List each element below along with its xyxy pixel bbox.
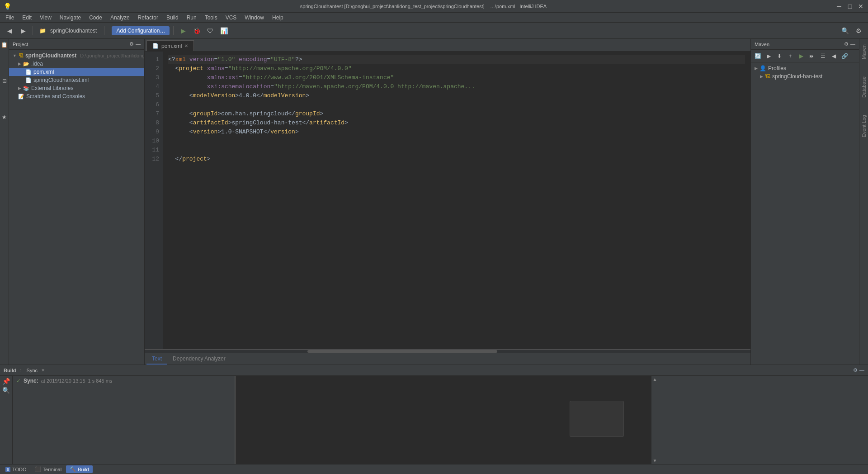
build-minimize-icon[interactable]: —	[859, 367, 864, 373]
sync-tab-close[interactable]: ✕	[41, 368, 45, 373]
sync-tab[interactable]: Sync	[27, 368, 38, 373]
minus-icon[interactable]: —	[136, 41, 141, 47]
tree-scratches[interactable]: 📝 Scratches and Consoles	[9, 92, 144, 100]
maven-project-label: springCloud-han-test	[772, 73, 822, 80]
menu-analyze[interactable]: Analyze	[107, 14, 133, 22]
search-button[interactable]: 🔍	[839, 25, 851, 37]
left-sidebar-icons: 📋 ⊟ ★	[0, 39, 9, 365]
menu-vcs[interactable]: VCS	[222, 14, 241, 22]
minimize-button[interactable]: ─	[835, 3, 843, 10]
todo-button[interactable]: 6 TODO	[2, 466, 30, 473]
menu-file[interactable]: File	[2, 14, 18, 22]
maven-collapse-btn[interactable]: ◀	[829, 51, 839, 61]
build-panel-title: Build	[4, 368, 16, 373]
root-icon: 🏗	[19, 53, 24, 58]
profile-button[interactable]: 📊	[218, 25, 230, 37]
favorites-sidebar-icon[interactable]: ★	[0, 113, 9, 121]
maven-settings-icon[interactable]: ⚙	[844, 41, 849, 47]
terminal-button[interactable]: ⬛ Terminal	[31, 465, 66, 473]
tree-idea-folder[interactable]: ▶ 📂 .idea	[9, 60, 144, 68]
maven-toolbar: 🔄 ▶ ⬇ + ▶ ⏭ ☰ ◀ 🔗	[751, 50, 859, 62]
build-panel: Build : Sync ✕ ⚙ — 📌 🔍 ✓ Sync: at 2019/1…	[0, 365, 868, 464]
maximize-button[interactable]: □	[846, 3, 854, 10]
add-config-button[interactable]: Add Configuration…	[112, 26, 170, 35]
maven-link-btn[interactable]: 🔗	[840, 51, 849, 61]
menu-build[interactable]: Build	[163, 14, 182, 22]
build-colon: :	[20, 368, 21, 373]
toolbar-separator-3	[173, 26, 174, 35]
toolbar-separator-1	[33, 26, 33, 35]
maven-skip-btn[interactable]: ⏭	[807, 51, 817, 61]
menu-view[interactable]: View	[36, 14, 55, 22]
database-vertical-label[interactable]: Database	[860, 73, 868, 101]
terminal-label: Terminal	[43, 467, 62, 472]
iml-label: springCloudhantest.iml	[33, 77, 89, 83]
coverage-button[interactable]: 🛡	[204, 25, 216, 37]
close-button[interactable]: ✕	[857, 3, 864, 10]
bottom-toolbar: 6 TODO ⬛ Terminal 🔨 Build	[0, 464, 868, 474]
title-bar: 💡 springCloudhantest [D:\gonghui_project…	[0, 0, 868, 13]
tree-external-libraries[interactable]: ▶ 📚 External Libraries	[9, 84, 144, 92]
build-left-part: 📌 🔍 ✓ Sync: at 2019/12/20 13:15 1 s 845 …	[0, 376, 235, 464]
code-editor[interactable]: 1 2 3 4 5 6 7 8 9 10 11 12 <?xml version…	[145, 52, 750, 349]
idea-folder-icon: 📂	[23, 61, 29, 67]
menu-code[interactable]: Code	[85, 14, 106, 22]
maven-profiles-item[interactable]: ▶ 👤 Profiles	[751, 64, 859, 72]
tree-root[interactable]: ▼ 🏗 springCloudhantest D:\gonghui_projec…	[9, 52, 144, 60]
root-expand-arrow: ▼	[13, 53, 17, 58]
structure-sidebar-icon[interactable]: ⊟	[0, 77, 9, 85]
maven-download-btn[interactable]: ⬇	[774, 51, 784, 61]
build-settings-icon[interactable]: ⚙	[853, 367, 858, 373]
maven-add-btn[interactable]: +	[785, 51, 795, 61]
forward-button[interactable]: ▶	[17, 25, 29, 37]
menu-refactor[interactable]: Refactor	[134, 14, 162, 22]
tab-pom-xml[interactable]: 📄 pom.xml ✕	[146, 40, 194, 51]
gear-icon[interactable]: ⚙	[129, 41, 134, 47]
maven-play-btn[interactable]: ▶	[796, 51, 806, 61]
sync-duration: 1 s 845 ms	[88, 378, 113, 384]
maven-project-item[interactable]: ▶ 🏗 springCloud-han-test	[751, 72, 859, 81]
build-pin-icon[interactable]: 📌	[2, 378, 10, 385]
maven-settings2-btn[interactable]: ☰	[818, 51, 828, 61]
tree-pom-xml[interactable]: 📄 pom.xml	[9, 68, 144, 76]
back-button[interactable]: ◀	[4, 25, 15, 37]
menu-help[interactable]: Help	[269, 14, 287, 22]
build-search-icon[interactable]: 🔍	[2, 387, 10, 394]
sync-label: Sync:	[24, 378, 38, 384]
menu-edit[interactable]: Edit	[19, 14, 35, 22]
code-content[interactable]: <?xml version="1.0" encoding="UTF-8"?> <…	[163, 52, 750, 349]
project-sidebar-icon[interactable]: 📋	[0, 41, 9, 49]
event-log-vertical-label[interactable]: Event Log	[860, 111, 868, 141]
build-scroll-down[interactable]: ▼	[653, 458, 657, 463]
tab-dependency-analyzer[interactable]: Dependency Analyzer	[167, 354, 231, 365]
build-button[interactable]: 🔨 Build	[66, 465, 92, 473]
build-scroll-up[interactable]: ▲	[653, 377, 657, 382]
maven-minimize-icon[interactable]: —	[850, 41, 855, 47]
tree-iml-file[interactable]: 📄 springCloudhantest.iml	[9, 76, 144, 84]
menu-tools[interactable]: Tools	[201, 14, 221, 22]
maven-refresh-btn[interactable]: 🔄	[753, 51, 763, 61]
maven-panel-header: Maven ⚙ —	[751, 39, 859, 50]
maven-run-btn[interactable]: ▶	[764, 51, 774, 61]
tab-close-button[interactable]: ✕	[184, 43, 188, 48]
code-line-12: </project>	[168, 155, 745, 164]
project-panel: Project ⚙ — ▼ 🏗 springCloudhantest D:\go…	[9, 39, 145, 365]
build-content: 📌 🔍 ✓ Sync: at 2019/12/20 13:15 1 s 845 …	[0, 376, 868, 464]
debug-button[interactable]: 🐞	[191, 25, 203, 37]
menu-run[interactable]: Run	[183, 14, 200, 22]
code-line-5: <modelVersion>4.0.0</modelVersion>	[168, 91, 745, 100]
tab-text[interactable]: Text	[146, 354, 167, 365]
project-panel-icons: ⚙ —	[129, 41, 141, 47]
menu-window[interactable]: Window	[241, 14, 268, 22]
settings-button[interactable]: ⚙	[853, 25, 864, 37]
menu-navigate[interactable]: Navigate	[56, 14, 85, 22]
maven-vertical-label[interactable]: Maven	[860, 41, 868, 63]
sync-checkmark: ✓	[16, 378, 21, 384]
run-button[interactable]: ▶	[177, 25, 189, 37]
line-num-7: 7	[145, 109, 159, 118]
line-num-2: 2	[145, 64, 159, 73]
toolbar: ◀ ▶ 📁 springCloudhantest Add Configurati…	[0, 23, 868, 39]
right-side-icons: Maven Database Event Log	[859, 39, 868, 365]
horizontal-scrollbar[interactable]	[145, 349, 750, 353]
code-line-10	[168, 137, 745, 146]
